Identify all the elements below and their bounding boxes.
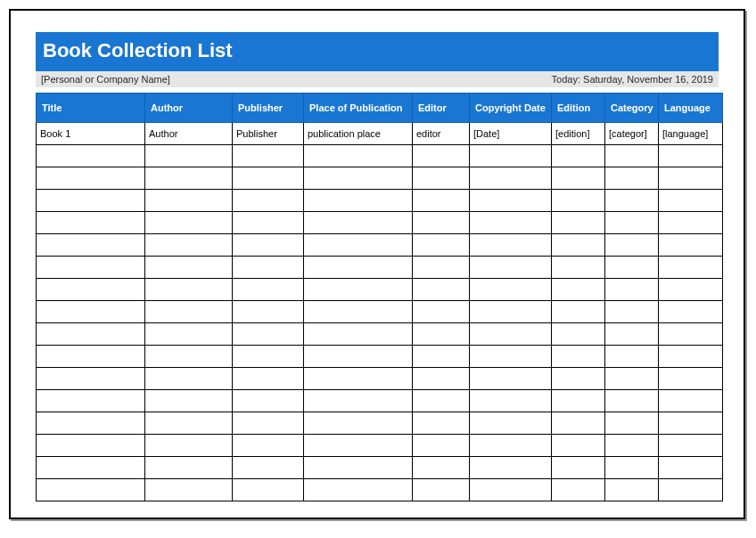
cell-place[interactable] [304, 479, 413, 501]
cell-publisher[interactable] [233, 435, 304, 457]
cell-language[interactable] [659, 346, 723, 368]
cell-language[interactable] [659, 479, 723, 501]
cell-editor[interactable] [413, 212, 470, 234]
cell-title[interactable] [37, 234, 145, 257]
cell-category[interactable] [605, 257, 659, 279]
cell-author[interactable] [145, 145, 233, 167]
cell-language[interactable] [659, 412, 723, 435]
cell-category[interactable] [605, 479, 659, 501]
cell-category[interactable] [605, 234, 659, 257]
cell-editor[interactable] [413, 479, 470, 501]
cell-title[interactable] [37, 368, 145, 390]
cell-editor[interactable] [413, 234, 470, 257]
cell-edition[interactable] [552, 167, 605, 190]
cell-editor[interactable] [413, 301, 470, 323]
cell-place[interactable] [304, 390, 413, 412]
cell-copyright_date[interactable] [470, 323, 552, 346]
cell-editor[interactable] [413, 257, 470, 279]
cell-title[interactable] [37, 412, 145, 435]
cell-category[interactable] [605, 190, 659, 212]
cell-title[interactable] [37, 457, 145, 479]
cell-edition[interactable] [552, 479, 605, 501]
cell-place[interactable] [304, 190, 413, 212]
cell-author[interactable] [145, 412, 233, 435]
cell-copyright_date[interactable] [470, 190, 552, 212]
cell-copyright_date[interactable] [470, 167, 552, 190]
cell-publisher[interactable] [233, 212, 304, 234]
cell-language[interactable] [659, 457, 723, 479]
cell-editor[interactable] [413, 145, 470, 167]
cell-copyright_date[interactable] [470, 257, 552, 279]
cell-language[interactable] [659, 167, 723, 190]
cell-edition[interactable] [552, 346, 605, 368]
cell-copyright_date[interactable] [470, 234, 552, 257]
cell-publisher[interactable] [233, 145, 304, 167]
cell-copyright_date[interactable] [470, 301, 552, 323]
cell-language[interactable] [659, 279, 723, 301]
cell-title[interactable] [37, 435, 145, 457]
cell-author[interactable] [145, 234, 233, 257]
cell-category[interactable] [605, 435, 659, 457]
cell-edition[interactable] [552, 145, 605, 167]
cell-language[interactable] [659, 257, 723, 279]
cell-language[interactable] [659, 435, 723, 457]
cell-publisher[interactable]: Publisher [233, 123, 304, 145]
cell-edition[interactable] [552, 323, 605, 346]
cell-language[interactable] [659, 234, 723, 257]
cell-editor[interactable] [413, 167, 470, 190]
cell-copyright_date[interactable] [470, 457, 552, 479]
cell-place[interactable] [304, 368, 413, 390]
cell-title[interactable] [37, 212, 145, 234]
cell-publisher[interactable] [233, 234, 304, 257]
cell-copyright_date[interactable] [470, 279, 552, 301]
cell-publisher[interactable] [233, 457, 304, 479]
cell-publisher[interactable] [233, 279, 304, 301]
cell-place[interactable] [304, 457, 413, 479]
cell-place[interactable] [304, 323, 413, 346]
cell-category[interactable] [605, 212, 659, 234]
cell-editor[interactable] [413, 279, 470, 301]
cell-editor[interactable] [413, 412, 470, 435]
cell-title[interactable] [37, 167, 145, 190]
cell-category[interactable] [605, 167, 659, 190]
cell-place[interactable] [304, 212, 413, 234]
cell-author[interactable]: Author [145, 123, 233, 145]
cell-language[interactable] [659, 368, 723, 390]
cell-title[interactable] [37, 301, 145, 323]
cell-publisher[interactable] [233, 323, 304, 346]
cell-language[interactable] [659, 323, 723, 346]
cell-author[interactable] [145, 257, 233, 279]
cell-author[interactable] [145, 368, 233, 390]
cell-title[interactable] [37, 279, 145, 301]
cell-place[interactable] [304, 346, 413, 368]
cell-edition[interactable] [552, 435, 605, 457]
cell-language[interactable] [659, 390, 723, 412]
cell-copyright_date[interactable] [470, 368, 552, 390]
cell-copyright_date[interactable] [470, 346, 552, 368]
cell-publisher[interactable] [233, 257, 304, 279]
cell-category[interactable] [605, 346, 659, 368]
cell-edition[interactable] [552, 190, 605, 212]
cell-copyright_date[interactable] [470, 412, 552, 435]
cell-copyright_date[interactable] [470, 435, 552, 457]
cell-editor[interactable] [413, 346, 470, 368]
cell-place[interactable] [304, 145, 413, 167]
cell-publisher[interactable] [233, 390, 304, 412]
cell-author[interactable] [145, 279, 233, 301]
cell-category[interactable] [605, 457, 659, 479]
cell-place[interactable] [304, 412, 413, 435]
cell-category[interactable] [605, 279, 659, 301]
cell-place[interactable] [304, 435, 413, 457]
cell-editor[interactable] [413, 457, 470, 479]
cell-title[interactable] [37, 346, 145, 368]
cell-edition[interactable] [552, 234, 605, 257]
cell-publisher[interactable] [233, 167, 304, 190]
cell-title[interactable] [37, 145, 145, 167]
cell-publisher[interactable] [233, 346, 304, 368]
cell-category[interactable] [605, 390, 659, 412]
cell-editor[interactable] [413, 190, 470, 212]
cell-title[interactable] [37, 479, 145, 501]
cell-author[interactable] [145, 190, 233, 212]
cell-edition[interactable] [552, 212, 605, 234]
cell-category[interactable] [605, 412, 659, 435]
